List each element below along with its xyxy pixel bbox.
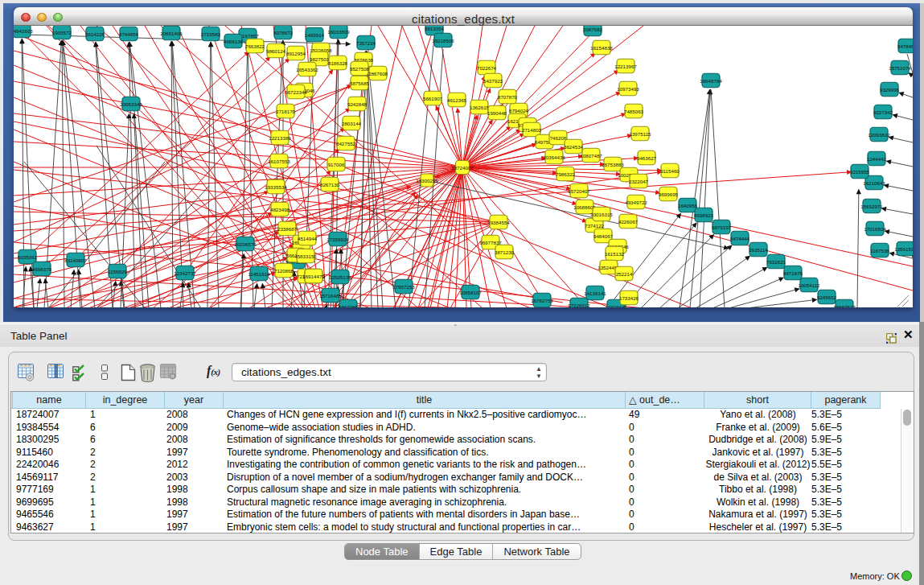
svg-text:16210643: 16210643 [863, 180, 885, 186]
svg-text:2935114: 2935114 [749, 247, 768, 253]
svg-text:8813054: 8813054 [425, 26, 445, 31]
svg-text:10973493: 10973493 [617, 86, 639, 92]
svg-text:4698379: 4698379 [32, 266, 52, 272]
svg-text:5667265: 5667265 [339, 304, 359, 308]
svg-text:2803144: 2803144 [342, 121, 362, 126]
svg-text:10958107: 10958107 [459, 290, 482, 295]
svg-text:1905572: 1905572 [52, 30, 72, 35]
svg-text:9827503: 9827503 [310, 56, 330, 62]
svg-text:16543362: 16543362 [296, 67, 318, 72]
svg-text:7357224: 7357224 [356, 40, 376, 46]
svg-text:8707870: 8707870 [498, 94, 518, 100]
svg-text:20206576: 20206576 [234, 241, 257, 247]
svg-text:9474444: 9474444 [730, 236, 750, 241]
svg-text:8078673: 8078673 [273, 30, 294, 35]
svg-text:16107553: 16107553 [268, 159, 290, 164]
svg-text:17957253: 17957253 [392, 284, 415, 290]
svg-text:16914479: 16914479 [302, 274, 325, 279]
svg-text:1156829: 1156829 [108, 269, 127, 274]
svg-text:252214: 252214 [616, 271, 633, 277]
svg-text:2087682: 2087682 [583, 27, 603, 32]
svg-text:16782759: 16782759 [531, 298, 553, 303]
svg-text:14136141: 14136141 [584, 290, 606, 296]
svg-text:9329996: 9329996 [880, 87, 900, 93]
svg-text:9242848: 9242848 [347, 101, 368, 107]
svg-text:1733426: 1733426 [619, 295, 639, 301]
svg-text:13561597: 13561597 [894, 246, 913, 252]
svg-text:11451914: 11451914 [248, 271, 270, 277]
svg-text:8186328: 8186328 [328, 60, 348, 66]
svg-text:26753883: 26753883 [602, 162, 624, 167]
svg-text:45833156: 45833156 [294, 253, 317, 259]
svg-text:16154838: 16154838 [590, 45, 613, 51]
svg-text:8938923: 8938923 [694, 212, 714, 218]
svg-text:10054112: 10054112 [798, 282, 820, 288]
svg-text:7986322: 7986322 [556, 171, 576, 177]
svg-text:2338687: 2338687 [277, 226, 298, 232]
svg-text:16033809: 16033809 [327, 29, 350, 35]
svg-text:5614226: 5614226 [85, 31, 105, 37]
svg-text:917006: 917006 [328, 162, 345, 167]
svg-text:7632621: 7632621 [766, 259, 786, 265]
svg-text:3624534: 3624534 [564, 144, 584, 150]
svg-text:4744854: 4744854 [119, 31, 139, 37]
svg-text:9527508: 9527508 [350, 66, 370, 72]
svg-text:9245652: 9245652 [817, 295, 837, 300]
svg-text:24942603: 24942603 [14, 28, 33, 34]
svg-text:8267130: 8267130 [320, 182, 340, 187]
svg-text:9463627: 9463627 [637, 155, 657, 161]
svg-text:97226012: 97226012 [568, 303, 590, 308]
svg-text:19218506: 19218506 [432, 38, 454, 43]
svg-text:12505135: 12505135 [329, 274, 351, 280]
svg-text:15720407: 15720407 [568, 188, 590, 194]
svg-text:66722344: 66722344 [285, 89, 307, 95]
svg-text:4823498: 4823498 [270, 207, 290, 212]
svg-text:7374122: 7374122 [585, 223, 605, 229]
svg-text:4514944: 4514944 [298, 236, 318, 241]
svg-text:4668136: 4668136 [224, 39, 244, 44]
svg-text:12342737: 12342737 [174, 270, 196, 276]
svg-text:1990448: 1990448 [487, 110, 507, 116]
svg-text:19335534: 19335534 [265, 184, 287, 190]
svg-text:15716485: 15716485 [319, 293, 342, 299]
svg-text:8912954: 8912954 [286, 51, 306, 56]
svg-text:7022674: 7022674 [477, 65, 497, 71]
svg-text:9115460: 9115460 [660, 168, 680, 174]
svg-text:7485063: 7485063 [624, 109, 644, 114]
svg-text:83140807: 83140807 [64, 257, 87, 263]
svg-text:1640956: 1640956 [678, 203, 698, 208]
svg-text:3875685: 3875685 [350, 80, 370, 86]
svg-text:1362615: 1362615 [470, 105, 490, 110]
svg-text:36687537: 36687537 [833, 304, 856, 308]
svg-text:7120868: 7120868 [274, 268, 294, 274]
svg-text:746206: 746206 [550, 135, 567, 141]
svg-text:19384554: 19384554 [487, 220, 510, 225]
svg-text:12093822: 12093822 [868, 132, 890, 138]
svg-text:4226067: 4226067 [618, 219, 639, 225]
svg-text:93016315: 93016315 [590, 212, 613, 217]
svg-text:16648784: 16648784 [700, 78, 722, 84]
svg-text:9860124: 9860124 [266, 48, 286, 54]
svg-text:9478454: 9478454 [897, 43, 913, 49]
svg-text:18724007: 18724007 [451, 165, 474, 171]
svg-text:12213967: 12213967 [614, 64, 637, 69]
svg-text:5035061: 5035061 [18, 254, 38, 260]
svg-text:1244441: 1244441 [867, 156, 887, 162]
svg-text:2718170: 2718170 [276, 109, 296, 114]
svg-text:20691406: 20691406 [160, 31, 183, 36]
svg-text:8427552: 8427552 [336, 141, 356, 146]
svg-text:15751074: 15751074 [889, 65, 911, 71]
svg-text:49349722: 49349722 [625, 200, 647, 205]
svg-text:2714803: 2714803 [522, 127, 542, 133]
svg-text:9227342: 9227342 [873, 109, 893, 115]
svg-text:20364436: 20364436 [543, 154, 565, 160]
svg-text:6794024: 6794024 [509, 108, 529, 113]
svg-text:1615132: 1615132 [605, 251, 625, 257]
svg-text:9699695: 9699695 [659, 192, 679, 197]
svg-text:9484067: 9484067 [593, 233, 614, 239]
svg-text:5437923: 5437923 [483, 78, 503, 84]
svg-text:2867608: 2867608 [368, 71, 388, 76]
svg-text:96977837: 96977837 [479, 240, 502, 245]
svg-text:10807487: 10807487 [580, 153, 602, 159]
svg-text:18300295: 18300295 [416, 178, 438, 183]
